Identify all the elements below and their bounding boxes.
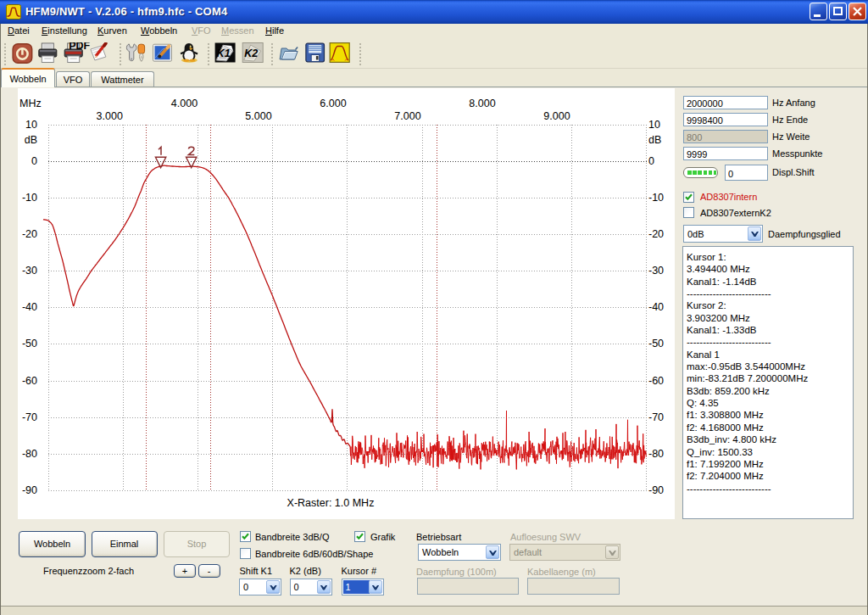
svg-text:9.000: 9.000 (543, 110, 570, 122)
svg-text:-40: -40 (648, 301, 664, 313)
svg-text:-60: -60 (22, 375, 37, 387)
svg-text:-40: -40 (22, 301, 37, 313)
svg-text:-50: -50 (22, 338, 37, 349)
svg-text:-10: -10 (22, 192, 37, 204)
svg-text:8.000: 8.000 (469, 98, 495, 109)
svg-text:-50: -50 (648, 338, 664, 349)
svg-text:-30: -30 (648, 265, 664, 277)
svg-text:0: 0 (31, 155, 37, 167)
svg-text:-70: -70 (648, 411, 664, 423)
svg-text:-80: -80 (648, 448, 664, 460)
svg-text:-60: -60 (648, 375, 664, 387)
svg-text:6.000: 6.000 (320, 98, 346, 109)
svg-text:-80: -80 (22, 448, 37, 460)
svg-text:-70: -70 (22, 411, 37, 423)
svg-text:3.000: 3.000 (97, 110, 123, 122)
svg-text:dB: dB (648, 134, 661, 146)
svg-text:MHz: MHz (19, 98, 42, 109)
svg-text:-90: -90 (22, 484, 37, 496)
svg-text:dB: dB (25, 134, 37, 146)
svg-text:10: 10 (25, 119, 37, 131)
svg-text:-20: -20 (648, 228, 664, 240)
svg-text:4.000: 4.000 (171, 98, 198, 109)
svg-text:10: 10 (648, 119, 660, 131)
svg-text:-20: -20 (22, 228, 37, 240)
svg-text:-10: -10 (648, 192, 664, 204)
svg-text:-90: -90 (648, 484, 664, 496)
svg-text:-30: -30 (22, 265, 37, 277)
svg-text:5.000: 5.000 (245, 110, 271, 122)
svg-text:0: 0 (648, 155, 654, 167)
svg-text:X-Raster: 1.0 MHz: X-Raster: 1.0 MHz (287, 497, 375, 509)
svg-text:7.000: 7.000 (394, 110, 420, 122)
